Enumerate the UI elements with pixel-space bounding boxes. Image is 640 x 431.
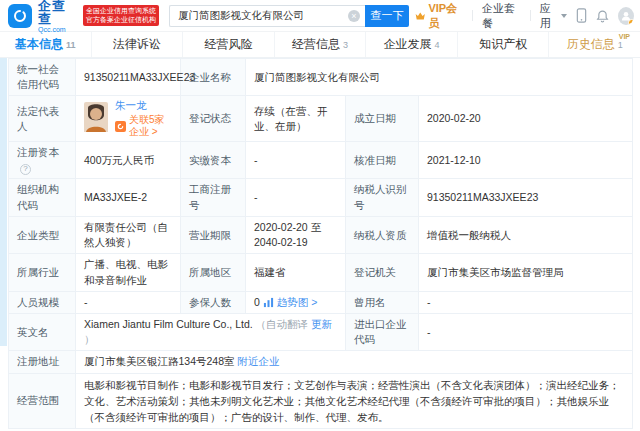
tab-label: 历史信息 bbox=[567, 36, 615, 53]
qcc-logo-text[interactable]: 企查查 Qcc.com bbox=[38, 0, 77, 33]
related-companies-link[interactable]: 关联5家企业 > bbox=[115, 114, 172, 138]
table-row: 人员规模 - 参保人数 0 趋势图 > 曾用名 - bbox=[9, 291, 633, 313]
org-code-value: MA33JXEE-2 bbox=[76, 179, 181, 216]
registered-address-value: 厦门市集美区银江路134号248室 bbox=[84, 355, 235, 367]
table-row: 所属行业 广播、电视、电影和录音制作业 所属地区 福建省 登记机关 厦门市集美区… bbox=[9, 254, 633, 291]
approval-date-value: 2021-12-10 bbox=[419, 142, 633, 179]
info-label: 人员规模 bbox=[9, 291, 76, 313]
vip-member-link[interactable]: VIP会员 bbox=[415, 1, 463, 31]
related-companies-icon bbox=[115, 121, 126, 132]
tab-label: 经营信息 bbox=[292, 36, 340, 53]
info-label: 营业期限 bbox=[181, 216, 246, 253]
nearby-companies-link[interactable]: 附近企业 bbox=[237, 355, 279, 367]
info-label: 实缴资本 bbox=[181, 142, 246, 179]
info-label: 英文名 bbox=[9, 314, 76, 351]
registered-capital-value: 400万元人民币 bbox=[76, 142, 181, 179]
qcc-swirl-icon bbox=[12, 8, 28, 24]
vip-tag: VIP bbox=[619, 33, 630, 40]
legal-rep-name-link[interactable]: 朱一龙 bbox=[115, 99, 172, 112]
logo-name: 企查查 bbox=[38, 0, 77, 25]
table-row: 组织机构代码 MA33JXEE-2 工商注册号 - 纳税人识别号 9135021… bbox=[9, 179, 633, 216]
portrait-image bbox=[84, 102, 108, 132]
info-label: 曾用名 bbox=[346, 291, 419, 313]
registered-capital-label: 注册资本 bbox=[17, 146, 59, 158]
tab-basic-info[interactable]: 基本信息 11 bbox=[0, 32, 92, 57]
info-label: 工商注册号 bbox=[181, 179, 246, 216]
info-label: 纳税人识别号 bbox=[346, 179, 419, 216]
trend-chart-link[interactable]: 趋势图 > bbox=[277, 295, 318, 310]
info-label: 组织机构代码 bbox=[9, 179, 76, 216]
establish-date-value: 2020-02-20 bbox=[419, 96, 633, 142]
former-name-value: - bbox=[419, 291, 633, 313]
nav-divider bbox=[530, 10, 531, 21]
apps-menu[interactable]: 应用 bbox=[540, 1, 567, 31]
info-label: 所属地区 bbox=[181, 254, 246, 291]
info-label: 所属行业 bbox=[9, 254, 76, 291]
info-label: 进出口企业代码 bbox=[346, 314, 419, 351]
qcc-logo-icon[interactable] bbox=[8, 4, 32, 28]
crown-icon bbox=[415, 11, 426, 21]
enterprise-package-link[interactable]: 企业套餐 bbox=[482, 1, 521, 31]
insured-count-value: 0 bbox=[254, 295, 260, 310]
help-icon[interactable]: ? bbox=[20, 164, 31, 175]
tab-count: 1 bbox=[618, 40, 623, 50]
company-name-value: 厦门简图影视文化有限公司 bbox=[246, 59, 633, 96]
table-row: 统一社会信用代码 91350211MA33JXEE23 企业名称 厦门简图影视文… bbox=[9, 59, 633, 96]
tab-label: 基本信息 bbox=[15, 36, 63, 53]
bell-icon bbox=[596, 9, 609, 23]
import-export-code-value: - bbox=[419, 314, 633, 351]
search-input[interactable] bbox=[169, 5, 365, 27]
info-label: 注册资本? bbox=[9, 142, 76, 179]
table-row: 注册地址 厦门市集美区银江路134号248室 附近企业 bbox=[9, 351, 633, 373]
tab-operating-risk[interactable]: 经营风险 bbox=[183, 32, 275, 57]
paid-capital-value: - bbox=[246, 142, 346, 179]
mobile-app-button[interactable] bbox=[576, 8, 587, 23]
notifications-button[interactable] bbox=[596, 9, 609, 23]
update-translation-link[interactable]: 更新 bbox=[311, 318, 332, 330]
table-row: 经营范围 电影和影视节目制作；电影和影视节目发行；文艺创作与表演；经营性演出（不… bbox=[9, 373, 633, 429]
business-scope-value: 电影和影视节目制作；电影和影视节目发行；文艺创作与表演；经营性演出（不含文化表演… bbox=[76, 373, 633, 429]
info-label: 登记机关 bbox=[346, 254, 419, 291]
credit-code-value: 91350211MA33JXEE23 bbox=[76, 59, 181, 96]
phone-icon bbox=[576, 8, 587, 23]
avatar-status-dot bbox=[628, 19, 634, 25]
table-row: 注册资本? 400万元人民币 实缴资本 - 核准日期 2021-12-10 bbox=[9, 142, 633, 179]
info-label: 核准日期 bbox=[346, 142, 419, 179]
trend-chart-icon bbox=[263, 297, 274, 308]
tab-operating-info[interactable]: 经营信息 3 bbox=[275, 32, 367, 57]
tab-legal-proceedings[interactable]: 法律诉讼 bbox=[92, 32, 184, 57]
user-avatar[interactable] bbox=[618, 7, 634, 25]
clear-search-icon[interactable]: × bbox=[348, 10, 360, 22]
registration-authority-value: 厦门市集美区市场监督管理局 bbox=[419, 254, 633, 291]
related-companies-label: 关联5家企业 > bbox=[129, 114, 172, 138]
badge-line1: 全国企业信用查询系统 bbox=[86, 7, 156, 16]
legal-rep-photo[interactable] bbox=[84, 102, 108, 136]
taxpayer-id-value: 91350211MA33JXEE23 bbox=[419, 179, 633, 216]
table-row: 法定代表人 朱一龙 关联5家企业 > bbox=[9, 96, 633, 142]
left-gutter-strip bbox=[0, 58, 7, 346]
table-row: 企业类型 有限责任公司（自然人独资） 营业期限 2020-02-20 至 204… bbox=[9, 216, 633, 253]
table-row: 英文名 Xiamen Jiantu Film Culture Co., Ltd.… bbox=[9, 314, 633, 351]
info-label: 统一社会信用代码 bbox=[9, 59, 76, 96]
search-button[interactable]: 查一下 bbox=[365, 5, 409, 27]
tab-company-development[interactable]: 企业发展 4 bbox=[366, 32, 458, 57]
tab-intellectual-property[interactable]: 知识产权 bbox=[458, 32, 550, 57]
info-label: 企业类型 bbox=[9, 216, 76, 253]
company-type-value: 有限责任公司（自然人独资） bbox=[76, 216, 181, 253]
tab-label: 经营风险 bbox=[204, 36, 252, 53]
auto-translate-note: （自动翻译 bbox=[256, 318, 309, 330]
official-badge: 全国企业信用查询系统 官方备案企业征信机构 bbox=[83, 5, 159, 27]
taxpayer-quality-value: 增值税一般纳税人 bbox=[419, 216, 633, 253]
info-label: 法定代表人 bbox=[9, 96, 76, 142]
tab-history-info[interactable]: 历史信息 1 VIP bbox=[549, 32, 640, 57]
tab-count: 11 bbox=[66, 40, 76, 50]
business-reg-no-value: - bbox=[246, 179, 346, 216]
tab-label: 法律诉讼 bbox=[113, 36, 161, 53]
tab-label: 知识产权 bbox=[479, 36, 527, 53]
business-term-value: 2020-02-20 至 2040-02-19 bbox=[246, 216, 346, 253]
info-label: 企业名称 bbox=[181, 59, 246, 96]
tab-label: 企业发展 bbox=[384, 36, 432, 53]
info-label: 参保人数 bbox=[181, 291, 246, 313]
top-nav: VIP会员 企业套餐 应用 bbox=[415, 1, 634, 31]
tab-count: 3 bbox=[343, 40, 348, 50]
